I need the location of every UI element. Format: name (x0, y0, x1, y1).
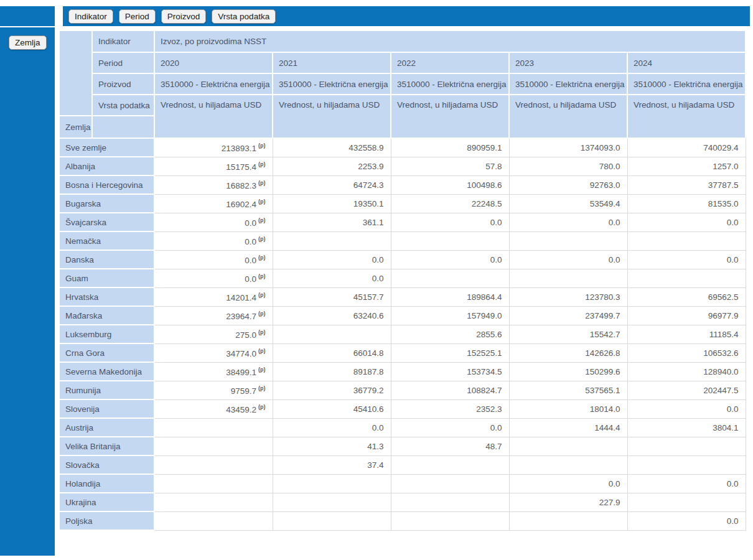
header-value-period-2023: 2023 (509, 52, 627, 73)
country-cell: Mađarska (60, 306, 154, 325)
country-cell: Slovenija (60, 399, 154, 418)
value-cell: 128940.0 (627, 362, 746, 381)
table-row: Danska0.0(p)0.00.00.00.0 (60, 250, 746, 269)
value-cell (391, 455, 509, 474)
country-cell: Slovačka (60, 455, 154, 474)
header-value-proizvod-3: 3510000 - Električna energija (509, 73, 627, 95)
value-cell: 123780.3 (509, 287, 627, 306)
provisional-flag: (p) (258, 292, 266, 298)
table-row: Bosna i Hercegovina16882.3(p)64724.31004… (60, 175, 746, 194)
table-row: Luksemburg275.0(p)2855.615542.711185.4 (60, 325, 746, 343)
table-row: Slovačka37.4 (60, 455, 746, 474)
value-cell (391, 474, 509, 493)
value-cell (627, 231, 746, 250)
value-cell: 142626.8 (509, 343, 627, 362)
dimension-button-indikator[interactable]: Indikator (68, 9, 113, 24)
value-cell: 150299.6 (509, 362, 627, 381)
value-cell: 0.0 (627, 399, 746, 418)
header-label-indikator: Indikator (92, 31, 154, 52)
value-cell (273, 325, 391, 343)
country-cell: Austrija (60, 418, 154, 437)
dimension-button-period[interactable]: Period (119, 9, 156, 24)
header-value-proizvod-0: 3510000 - Električna energija (154, 73, 273, 95)
value-cell: 45157.7 (273, 287, 391, 306)
value-cell (391, 493, 509, 511)
value-cell: 0.0 (627, 250, 746, 269)
provisional-flag: (p) (258, 404, 266, 410)
value-cell: 16902.4(p) (154, 194, 273, 213)
provisional-flag: (p) (258, 236, 266, 242)
country-cell: Bugarska (60, 194, 154, 213)
value-cell (391, 269, 509, 287)
country-cell: Bosna i Hercegovina (60, 175, 154, 194)
dimension-button-vrsta-podatka[interactable]: Vrsta podatka (212, 9, 276, 24)
value-cell: 1257.0 (627, 157, 746, 175)
value-cell: 36779.2 (273, 381, 391, 399)
value-cell: 16882.3(p) (154, 175, 273, 194)
country-cell: Švajcarska (60, 213, 154, 231)
value-cell: 1374093.0 (509, 138, 627, 157)
header-value-period-2021: 2021 (273, 52, 391, 73)
value-cell: 0.0 (273, 250, 391, 269)
value-cell (627, 437, 746, 455)
table-row: Albanija15175.4(p)2253.957.8780.01257.0 (60, 157, 746, 175)
country-cell: Nemačka (60, 231, 154, 250)
value-cell: 11185.4 (627, 325, 746, 343)
value-cell: 0.0 (273, 269, 391, 287)
country-cell: Holandija (60, 474, 154, 493)
provisional-flag: (p) (258, 254, 266, 261)
value-cell: 0.0 (509, 213, 627, 231)
value-cell: 537565.1 (509, 381, 627, 399)
value-cell: 0.0(p) (154, 231, 273, 250)
value-cell: 1444.4 (509, 418, 627, 437)
value-cell: 780.0 (509, 157, 627, 175)
value-cell: 157949.0 (391, 306, 509, 325)
table-row: Švajcarska0.0(p)361.10.00.00.0 (60, 213, 746, 231)
value-cell: 81535.0 (627, 194, 746, 213)
table-row: Guam0.0(p)0.0 (60, 269, 746, 287)
value-cell (391, 511, 509, 530)
header-value-vrsta-podatka-3: Vrednost, u hiljadama USD (509, 95, 627, 138)
header-label-vrsta-podatka: Vrsta podatka (92, 95, 154, 116)
provisional-flag: (p) (258, 180, 266, 186)
header-row-period: Period20202021202220232024 (60, 52, 746, 73)
value-cell: 0.0 (391, 418, 509, 437)
value-cell: 3804.1 (627, 418, 746, 437)
table-row: Slovenija43459.2(p)45410.62352.318014.00… (60, 399, 746, 418)
country-cell: Velika Britanija (60, 437, 154, 455)
table-row: Nemačka0.0(p) (60, 231, 746, 250)
value-cell (154, 455, 273, 474)
value-cell: 14201.4(p) (154, 287, 273, 306)
value-cell: 15542.7 (509, 325, 627, 343)
value-cell: 152525.1 (391, 343, 509, 362)
header-row-vrsta-podatka: Vrsta podatkaVrednost, u hiljadama USDVr… (60, 95, 746, 116)
value-cell: 37.4 (273, 455, 391, 474)
value-cell (509, 455, 627, 474)
table-row: Holandija0.00.0 (60, 474, 746, 493)
value-cell (154, 474, 273, 493)
dimension-button-zemlja[interactable]: Zemlja (9, 35, 47, 50)
value-cell: 57.8 (391, 157, 509, 175)
table-row: Mađarska23964.7(p)63240.6157949.0237499.… (60, 306, 746, 325)
value-cell: 0.0 (509, 250, 627, 269)
row-dimensions-bar: Zemlja (0, 27, 55, 556)
country-cell: Guam (60, 269, 154, 287)
value-cell: 43459.2(p) (154, 399, 273, 418)
header-value-proizvod-4: 3510000 - Električna energija (627, 73, 746, 95)
dimension-button-proizvod[interactable]: Proizvod (161, 9, 207, 24)
value-cell: 202447.5 (627, 381, 746, 399)
value-cell: 69562.5 (627, 287, 746, 306)
header-value-vrsta-podatka-2: Vrednost, u hiljadama USD (391, 95, 509, 138)
value-cell: 53549.4 (509, 194, 627, 213)
value-cell: 66014.8 (273, 343, 391, 362)
value-cell: 89187.8 (273, 362, 391, 381)
value-cell (627, 493, 746, 511)
value-cell (154, 437, 273, 455)
country-cell: Ukrajina (60, 493, 154, 511)
table-row: Ukrajina227.9 (60, 493, 746, 511)
value-cell: 0.0 (273, 418, 391, 437)
value-cell: 237499.7 (509, 306, 627, 325)
value-cell: 63240.6 (273, 306, 391, 325)
value-cell: 275.0(p) (154, 325, 273, 343)
value-cell: 0.0 (391, 250, 509, 269)
